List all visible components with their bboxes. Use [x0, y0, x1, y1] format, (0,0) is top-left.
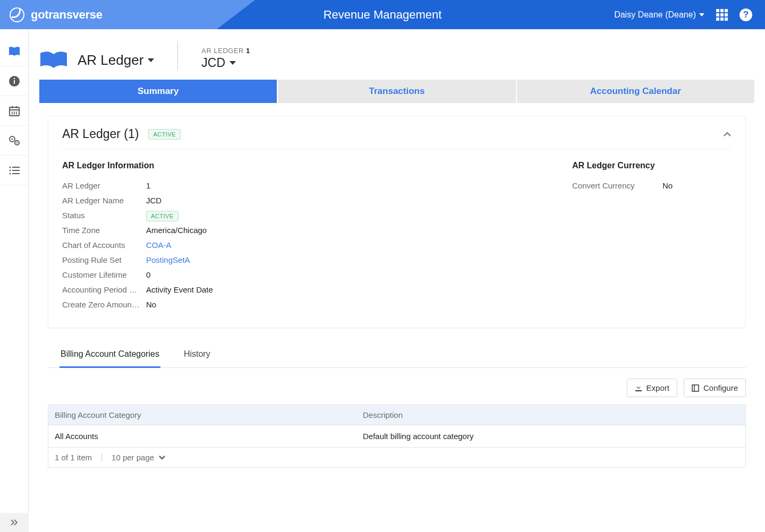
sidebar-item-calendar[interactable]	[0, 96, 29, 126]
sidebar	[0, 29, 29, 532]
brand-name: gotransverse	[31, 8, 103, 22]
main-tabs: Summary Transactions Accounting Calendar	[39, 80, 754, 103]
user-name: Daisy Deane (Deane)	[614, 10, 696, 20]
info-value: America/Chicago	[146, 226, 207, 235]
export-label: Export	[647, 383, 669, 392]
info-label: AR Ledger Name	[62, 196, 146, 205]
card-title: AR Ledger (1)	[62, 127, 139, 141]
svg-point-18	[9, 173, 11, 174]
configure-label: Configure	[703, 383, 738, 392]
columns-icon	[692, 384, 699, 392]
info-label: Chart of Accounts	[62, 241, 146, 250]
svg-point-13	[16, 142, 17, 143]
configure-button[interactable]: Configure	[684, 379, 746, 397]
page-title: Revenue Management	[324, 8, 442, 22]
page-size-label: 10 per page	[112, 453, 154, 462]
svg-rect-17	[12, 170, 20, 171]
svg-rect-19	[12, 173, 20, 174]
separator	[177, 41, 178, 70]
info-label: Convert Currency	[572, 181, 662, 190]
item-count: 1 of 1 item	[55, 453, 92, 462]
caret-down-icon	[230, 61, 236, 65]
page-breadcrumb: AR Ledger AR LEDGER 1 JCD	[29, 29, 765, 73]
info-value: Activity Event Date	[146, 285, 213, 294]
info-value: 1	[146, 181, 150, 190]
book-icon	[8, 46, 21, 57]
info-label: Status	[62, 211, 146, 220]
ledger-sub-dropdown[interactable]: JCD	[201, 56, 250, 70]
svg-point-14	[9, 166, 11, 168]
export-button[interactable]: Export	[627, 379, 677, 397]
table-footer: 1 of 1 item 10 per page	[48, 448, 745, 467]
info-label: Time Zone	[62, 226, 146, 235]
sidebar-item-list[interactable]	[0, 156, 29, 185]
separator	[101, 453, 102, 462]
cell: All Accounts	[55, 432, 363, 441]
subtab-billing-account-categories[interactable]: Billing Account Categories	[60, 343, 160, 368]
logo-icon	[10, 7, 24, 22]
collapse-button[interactable]	[723, 132, 732, 137]
svg-point-2	[13, 78, 15, 79]
currency-section-title: AR Ledger Currency	[572, 161, 732, 170]
tab-summary[interactable]: Summary	[39, 80, 277, 103]
cell: Default billing account category	[363, 432, 739, 441]
status-badge: ACTIVE	[146, 211, 178, 220]
ledger-dropdown[interactable]: AR Ledger	[78, 52, 154, 68]
svg-rect-1	[14, 80, 15, 84]
sidebar-expand-button[interactable]	[0, 513, 29, 532]
info-label: AR Ledger	[62, 181, 146, 190]
page-size-dropdown[interactable]: 10 per page	[112, 453, 166, 462]
svg-point-11	[11, 138, 13, 140]
info-value: 0	[146, 270, 150, 279]
info-value: No	[146, 300, 156, 309]
info-value: JCD	[146, 196, 162, 205]
info-icon	[8, 75, 20, 87]
info-value: No	[662, 181, 673, 190]
ar-ledger-card: AR Ledger (1) ACTIVE AR Ledger Informati…	[48, 116, 746, 328]
sub-tabs: Billing Account Categories History	[48, 343, 746, 368]
svg-rect-15	[12, 167, 20, 168]
caret-down-icon	[699, 13, 704, 16]
download-icon	[635, 384, 642, 392]
tab-transactions[interactable]: Transactions	[278, 80, 515, 103]
svg-point-16	[9, 169, 11, 171]
brand[interactable]: gotransverse	[0, 7, 103, 22]
help-icon[interactable]: ?	[740, 8, 752, 21]
info-label: Customer Lifetime	[62, 270, 146, 279]
info-label: Accounting Period …	[62, 285, 146, 294]
ledger-sub-label: AR LEDGER 1	[201, 47, 250, 55]
gears-icon	[8, 135, 21, 147]
app-header: gotransverse Revenue Management Daisy De…	[0, 0, 765, 29]
sidebar-item-ledger[interactable]	[0, 37, 29, 66]
sidebar-item-settings[interactable]	[0, 126, 29, 156]
info-label: Posting Rule Set	[62, 255, 146, 264]
info-section-title: AR Ledger Information	[62, 161, 338, 170]
main-content: AR Ledger AR LEDGER 1 JCD Summary Transa…	[29, 29, 765, 532]
table-row[interactable]: All Accounts Default billing account cat…	[48, 425, 745, 448]
table-header: Billing Account Category Description	[48, 405, 745, 425]
table-toolbar: Export Configure	[48, 379, 746, 397]
ledger-label: AR Ledger	[78, 52, 143, 68]
calendar-icon	[8, 105, 20, 117]
subtab-history[interactable]: History	[183, 343, 211, 367]
chart-of-accounts-link[interactable]: COA-A	[146, 241, 172, 250]
column-header[interactable]: Description	[363, 410, 739, 419]
list-icon	[8, 166, 20, 175]
apps-grid-icon[interactable]	[716, 9, 728, 21]
tab-accounting-calendar[interactable]: Accounting Calendar	[517, 80, 754, 103]
chevron-up-icon	[723, 132, 732, 137]
chevron-down-icon	[158, 455, 166, 460]
info-label: Create Zero Amoun…	[62, 300, 146, 309]
posting-rule-set-link[interactable]: PostingSetA	[146, 255, 190, 264]
status-badge: ACTIVE	[148, 129, 181, 140]
sidebar-item-info[interactable]	[0, 66, 29, 96]
user-menu-button[interactable]: Daisy Deane (Deane)	[614, 10, 704, 20]
svg-rect-20	[692, 385, 699, 391]
column-header[interactable]: Billing Account Category	[55, 410, 363, 419]
book-open-icon	[39, 50, 68, 70]
caret-down-icon	[148, 58, 154, 62]
chevron-double-right-icon	[10, 519, 19, 526]
billing-account-categories-table: Billing Account Category Description All…	[48, 405, 746, 468]
ledger-sub-value: JCD	[201, 56, 225, 70]
